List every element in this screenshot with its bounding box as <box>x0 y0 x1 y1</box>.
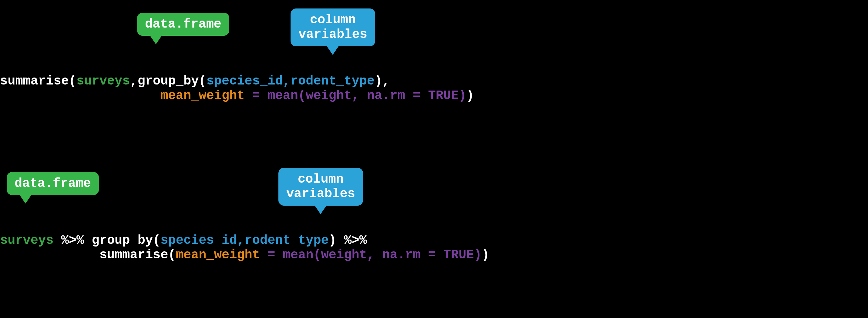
dataframe-name: surveys <box>0 233 53 248</box>
bubble-columns-1: column variables <box>290 8 375 46</box>
code-block-2: surveys %>% group_by(species_id,rodent_t… <box>0 233 489 262</box>
bubble-text-line2: variables <box>286 186 355 201</box>
func-summarise: summarise( <box>99 248 176 262</box>
paren-close: ) <box>482 248 489 262</box>
assign-op: = <box>260 248 283 262</box>
speech-tail-icon <box>326 45 339 55</box>
bubble-text: data.frame <box>145 17 221 32</box>
column-names: species_id,rodent_type <box>207 74 375 89</box>
bubble-columns-2: column variables <box>278 168 363 206</box>
paren-close: ) <box>466 89 474 103</box>
separator: , <box>130 74 137 89</box>
assign-op: = <box>245 89 268 103</box>
bubble-text-line1: column <box>310 13 356 27</box>
new-column-name: mean_weight <box>160 89 244 103</box>
bubble-text-line2: variables <box>299 27 367 42</box>
trailing-comma: , <box>382 74 390 89</box>
paren-close: ) <box>375 74 382 89</box>
dataframe-name: surveys <box>76 74 130 89</box>
pipe-op: %>% <box>336 233 367 248</box>
expression: mean(weight, na.rm = TRUE) <box>268 89 466 103</box>
bubble-text: data.frame <box>14 176 91 191</box>
speech-tail-icon <box>149 35 162 44</box>
bubble-dataframe-1: data.frame <box>137 13 229 36</box>
paren-close: ) <box>329 233 336 248</box>
bubble-text-line1: column <box>298 172 344 186</box>
expression: mean(weight, na.rm = TRUE) <box>283 248 482 262</box>
speech-tail-icon <box>314 205 327 214</box>
new-column-name: mean_weight <box>176 248 260 262</box>
speech-tail-icon <box>19 194 32 204</box>
column-names: species_id,rodent_type <box>160 233 329 248</box>
bubble-dataframe-2: data.frame <box>7 172 99 195</box>
func-groupby: group_by( <box>92 233 160 248</box>
func-groupby: group_by( <box>138 74 207 89</box>
pipe-op: %>% <box>53 233 92 248</box>
func-summarise: summarise( <box>0 74 76 89</box>
code-block-1: summarise(surveys,group_by(species_id,ro… <box>0 74 474 103</box>
